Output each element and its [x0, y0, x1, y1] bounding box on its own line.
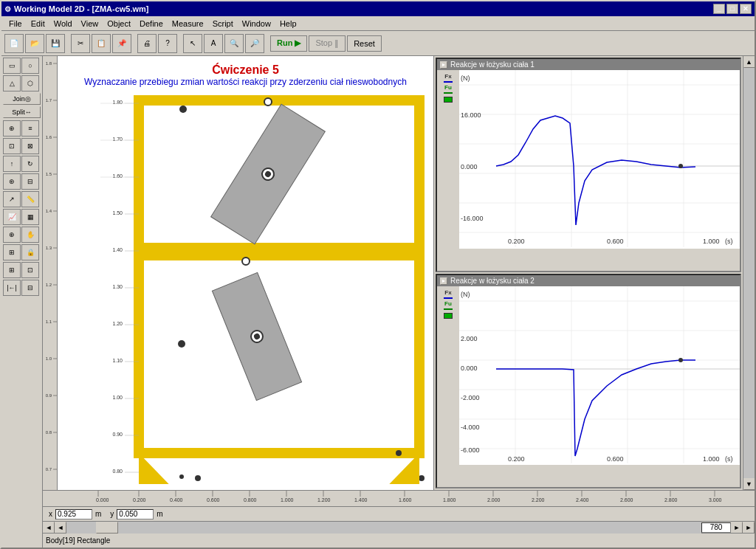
simulation-svg: 1.80 1.70 1.60 1.50 1.40 1.30 1.20 1.10 … [58, 56, 434, 484]
anchor-tl [179, 106, 187, 113]
menu-view[interactable]: View [77, 18, 103, 30]
app-window: ⚙ Working Model 2D - [ZMA-cw5.wm] _ □ ✕ … [0, 0, 756, 549]
y-value-field[interactable] [117, 509, 154, 519]
menu-measure[interactable]: Measure [168, 18, 208, 30]
menu-bar: File Edit Wold View Object Define Measur… [1, 16, 755, 31]
split-button[interactable]: Split↔ [3, 106, 41, 118]
motor-tool[interactable]: ⊛ [3, 173, 21, 190]
print-button[interactable]: 🖨 [137, 34, 157, 53]
simulation-area[interactable]: Ćwiczenie 5 Wyznaczanie przebiegu zmian … [58, 56, 434, 490]
scroll-right2-button[interactable]: ► [743, 522, 755, 534]
run-button[interactable]: Run ▶ [270, 35, 307, 52]
menu-object[interactable]: Object [103, 18, 135, 30]
pin-tool[interactable]: ⊕ [3, 120, 21, 137]
torque-tool[interactable]: ↻ [21, 156, 39, 172]
open-button[interactable]: 📂 [25, 34, 44, 53]
svg-text:1.000: 1.000 [703, 455, 720, 463]
zoom-sel-tool[interactable]: ⊕ [3, 227, 21, 243]
zoom-out-tool[interactable]: 🔎 [245, 34, 264, 53]
table-tool[interactable]: ▦ [21, 209, 39, 225]
minimize-button[interactable]: _ [713, 4, 725, 14]
polygon-tool[interactable]: △ [3, 75, 21, 92]
snap-tool[interactable]: ⊡ [21, 262, 39, 278]
select-circ-tool[interactable]: ○ [21, 58, 39, 74]
select-tool[interactable]: ↖ [183, 34, 202, 53]
svg-text:1.600: 1.600 [399, 497, 412, 503]
svg-rect-81 [459, 286, 740, 463]
svg-text:0.200: 0.200 [508, 455, 525, 463]
svg-text:1.0: 1.0 [46, 356, 52, 361]
y-label: y [110, 510, 114, 518]
restore-button[interactable]: □ [726, 4, 738, 14]
svg-text:-4.000: -4.000 [461, 424, 480, 431]
select-rect-tool[interactable]: ▭ [3, 58, 21, 74]
svg-text:(N): (N) [461, 291, 470, 298]
new-button[interactable]: 📄 [4, 34, 24, 53]
menu-edit[interactable]: Edit [27, 18, 49, 30]
scroll-down-button[interactable]: ▼ [743, 478, 755, 490]
sensor-tool[interactable]: ↗ [3, 191, 21, 207]
svg-text:1.000: 1.000 [281, 497, 294, 503]
svg-text:0.200: 0.200 [133, 497, 146, 503]
svg-text:-6.000: -6.000 [461, 446, 480, 454]
paste-button[interactable]: 📌 [112, 34, 131, 53]
measure-tool[interactable]: 📏 [21, 191, 39, 207]
toolbar: 📄 📂 💾 ✂ 📋 📌 🖨 ? ↖ A 🔍 🔎 Run ▶ Stop ‖ Res… [1, 31, 755, 56]
zoom-in-tool[interactable]: 🔍 [224, 34, 244, 53]
spring-tool[interactable]: ⊠ [21, 138, 39, 154]
scroll-track[interactable] [743, 68, 755, 478]
stop-button[interactable]: Stop ‖ [309, 35, 346, 52]
graph2-close[interactable]: ▸ [440, 277, 447, 285]
damper-tool[interactable]: ⊟ [21, 173, 39, 190]
graph1-close[interactable]: ▸ [440, 61, 447, 69]
lock-tool[interactable]: 🔒 [21, 244, 39, 260]
x-value-field[interactable] [55, 509, 92, 519]
title-controls: _ □ ✕ [713, 4, 752, 14]
save-button[interactable]: 💾 [46, 34, 65, 53]
anchor-br1 [396, 450, 402, 456]
scroll-h-thumb[interactable] [96, 522, 118, 534]
graph1-plot[interactable]: (N) 16.000 0.000 -16.000 0.200 0.600 1.0… [459, 70, 740, 249]
shape-tool[interactable]: ⬡ [21, 75, 39, 92]
close-button[interactable]: ✕ [740, 4, 752, 14]
graph2-title: Reakcje w łożysku ciała 2 [450, 277, 535, 285]
anchor-bl2 [195, 475, 201, 481]
left-ruler-svg: 1.8 1.7 1.6 1.5 1.4 1.3 1.2 [43, 56, 58, 490]
svg-text:1.800: 1.800 [443, 497, 456, 503]
ruler-tool[interactable]: |←| [3, 280, 21, 296]
join-button[interactable]: Join◎ [3, 93, 41, 105]
menu-define[interactable]: Define [135, 18, 168, 30]
menu-window[interactable]: Window [238, 18, 275, 30]
graph-tool[interactable]: 📈 [3, 209, 21, 225]
help-button[interactable]: ? [158, 34, 177, 53]
anchor-sm [179, 474, 184, 479]
scroll-right-button[interactable]: ► [731, 522, 743, 534]
menu-help[interactable]: Help [275, 18, 301, 30]
constraint-tool[interactable]: ⊞ [3, 244, 21, 260]
svg-text:0.000: 0.000 [461, 163, 478, 170]
graph2-plot[interactable]: (N) 2.000 0.000 -2.000 -4.000 -6.000 0.2… [459, 286, 740, 465]
scroll-value-field[interactable] [701, 522, 731, 533]
grid-tool[interactable]: ⊞ [3, 262, 21, 278]
force-tool[interactable]: ↑ [3, 156, 21, 172]
scroll-up-button[interactable]: ▲ [743, 56, 755, 68]
copy-button[interactable]: 📋 [92, 34, 111, 53]
menu-wold[interactable]: Wold [49, 18, 77, 30]
track-tool[interactable]: ⊟ [21, 280, 39, 296]
hinge-tool[interactable]: ≡ [21, 120, 39, 137]
reset-button[interactable]: Reset [347, 35, 382, 52]
cut-button[interactable]: ✂ [71, 34, 90, 53]
graph2-window: ▸ Reakcje w łożysku ciała 2 Fx Fu [436, 274, 741, 488]
slot-tool[interactable]: ⊡ [3, 138, 21, 154]
text-tool[interactable]: A [204, 34, 223, 53]
svg-text:0.600: 0.600 [607, 238, 624, 245]
menu-script[interactable]: Script [208, 18, 238, 30]
menu-file[interactable]: File [4, 18, 27, 30]
svg-text:1.1: 1.1 [46, 320, 52, 324]
scroll-left-button[interactable]: ◄ [43, 522, 55, 534]
scroll-left2-button[interactable]: ◄ [55, 522, 66, 534]
scroll-h-track[interactable] [66, 522, 701, 534]
svg-text:1.200: 1.200 [317, 497, 331, 503]
graph1-fx-color [444, 81, 453, 83]
pan-tool[interactable]: ✋ [21, 227, 39, 243]
